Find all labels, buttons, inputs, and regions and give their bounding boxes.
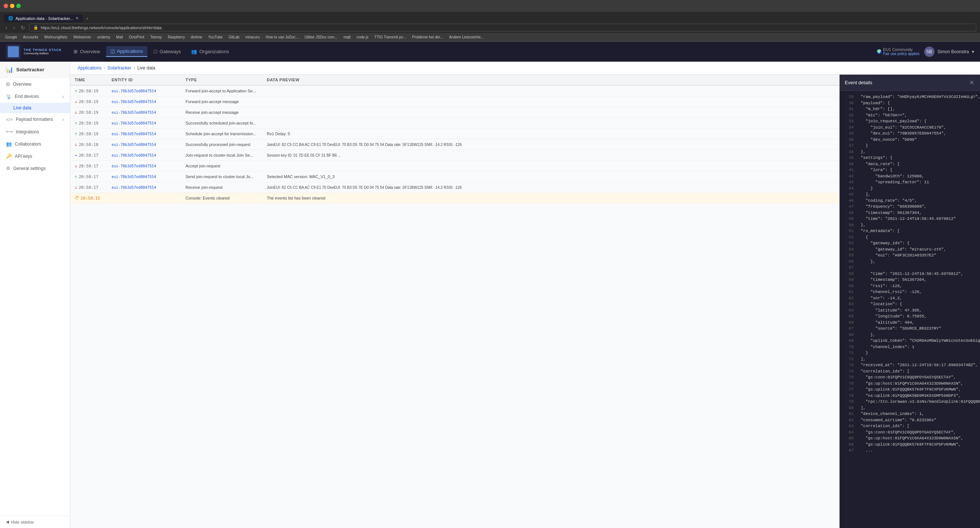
th-type: Type [181,75,262,85]
table-row[interactable]: ↑ 20:58:19 eui-70b3d57ed0047554 Forward … [70,86,839,97]
bookmark-gitlab[interactable]: GitLab [226,34,242,40]
sidebar-item-api-keys[interactable]: 🔑 API keys [0,150,70,162]
sidebar-item-general-settings[interactable]: ⚙ General settings [0,162,70,174]
td-entity-8: eui-70b3d57ed0047554 [107,172,181,182]
logo-area: THE THINGS STACK Community Edition [6,45,62,59]
table-row[interactable]: ↓ 20:58:18 eui-70b3d57ed0047554 Successf… [70,139,839,150]
json-line-text: ], [856,191,870,198]
table-row[interactable]: ↓ 20:58:17 eui-70b3d57ed0047554 Accept j… [70,161,839,172]
td-time-7: ↓ 20:58:17 [70,161,107,171]
json-line: 75 "gs:conn:01FQPV1C0QQ0PDYGASYQSECTAY", [845,374,975,380]
bookmark-utilise[interactable]: Utilise JSDoc com... [302,34,340,40]
hide-sidebar-label: Hide sidebar [11,520,34,524]
close-dot[interactable] [4,4,8,8]
nav-item-gateways[interactable]: ⬡ Gateways [149,46,186,57]
sidebar-item-live-data[interactable]: Live data [0,103,70,113]
maximize-dot[interactable] [16,4,21,8]
bookmark-jsdoc[interactable]: How to use JsDoc... [264,34,301,40]
breadcrumb-solartracker[interactable]: Solartracker [108,65,132,71]
bookmark-youtube[interactable]: YouTube [206,34,225,40]
arrow-down-icon: ↓ [75,163,77,169]
fair-use-link[interactable]: Fair use policy applies [883,52,920,56]
json-line-text: "join_eui": "82C5CCRAACC9E170", [856,124,946,131]
breadcrumb-applications[interactable]: Applications [78,65,102,71]
tab-close-button[interactable]: ✕ [75,16,79,21]
reload-button[interactable]: ↻ [19,24,27,32]
json-line: 73 "received_at": "2021-12-24T19:58:17.8… [845,362,975,368]
json-line-number: 36 [845,137,854,143]
nav-item-overview[interactable]: ⊞ Overview [69,46,104,57]
td-type-7: Accept join-request [181,161,262,171]
bookmark-google[interactable]: Google [3,34,19,40]
td-preview-8: Selected MAC version: MAC_V1_0_3 [262,172,839,182]
forward-button[interactable]: › [11,24,17,32]
table-row[interactable]: ↑ 20:58:19 eui-70b3d57ed0047554 Successf… [70,118,839,129]
bookmark-wohnung[interactable]: WohnungNetz [42,34,70,40]
table-row[interactable]: ↔ 20:58:17 eui-70b3d57ed0047554 Join-req… [70,150,839,161]
td-time-4: ↑ 20:58:19 [70,129,107,139]
json-line-number: 47 [845,204,854,210]
table-row[interactable]: ↓ 20:58:17 eui-70b3d57ed0047554 Receive … [70,182,839,193]
sidebar-overview-label: Overview [13,82,32,87]
td-type-10: Console: Events cleared [181,193,262,203]
bookmark-raspberry[interactable]: Raspberry [165,34,187,40]
browser-tab-active[interactable]: 🌐 Application data - Solartracker... ✕ [4,14,83,22]
bookmark-undemy[interactable]: undemy [95,34,113,40]
nav-item-organizations[interactable]: 👥 Organizations [187,46,233,57]
bookmark-probleme[interactable]: Probleme bei der... [410,34,445,40]
sidebar-app-icon: 📊 [6,66,13,73]
json-line: 83 "correlation_ids": [ [845,423,975,429]
table-row[interactable]: ↓ 20:58:19 eui-70b3d57ed0047554 Forward … [70,97,839,107]
table-row-highlighted[interactable]: ⏱ 20:58:15 Console: Events cleared The e… [70,193,839,204]
bookmark-drohne[interactable]: drohne [188,34,204,40]
user-area[interactable]: SB Simon Boonstra ▾ [924,46,974,57]
td-entity-4: eui-70b3d57ed0047554 [107,129,181,139]
json-line-text: "gs:uplink:01FQQQBK57K6F7F0CXPDFVKMWN", [856,386,961,393]
td-entity-2: eui-70b3d57ed0047554 [107,107,181,118]
bookmark-teensy[interactable]: Teensy [148,34,164,40]
back-button[interactable]: ‹ [4,24,9,32]
gateways-label: Gateways [160,49,181,54]
bookmark-nodejs[interactable]: node.js [355,34,371,40]
sidebar-item-end-devices[interactable]: 📡 End devices › [0,90,70,103]
bookmark-accounts[interactable]: Accounts [21,34,40,40]
minimize-dot[interactable] [10,4,14,8]
json-line-text: "rx_metadata": [ [856,228,900,234]
bookmark-miracuru[interactable]: miracuru [243,34,262,40]
table-row[interactable]: ↑ 20:58:17 eui-70b3d57ed0047554 Send joi… [70,172,839,182]
td-type-6: Join-request to cluster-local Join Se... [181,150,262,161]
json-line-text: "settings": { [856,155,892,161]
json-line: 80 ], [845,405,975,411]
username: Simon Boonstra [937,49,969,54]
bookmark-ttig[interactable]: TTIG Transmit po... [372,34,408,40]
sidebar-item-overview[interactable]: ⊞ Overview [0,78,70,90]
table-row[interactable]: ↓ 20:58:19 eui-70b3d57ed0047554 Receive … [70,107,839,118]
td-entity-3: eui-70b3d57ed0047554 [107,118,181,128]
json-line-number: 72 [845,356,854,363]
address-bar[interactable]: 🔒 https://eu1.cloud.thethings.network/co… [29,24,976,32]
bookmark-mqtt[interactable]: mqtt [341,34,353,40]
table-row[interactable]: ↑ 20:58:19 eui-70b3d57ed0047554 Schedule… [70,129,839,139]
bookmark-mail[interactable]: Mail [114,34,125,40]
sidebar-item-collaborators[interactable]: 👥 Collaborators [0,138,70,150]
lock-icon: 🔒 [33,25,38,30]
json-line-text: } [856,186,873,192]
browser-tab-new[interactable]: + [83,15,91,22]
json-line-text: "coding_rate": "4/5", [856,198,917,204]
json-line: 68 }, [845,332,975,338]
arrow-down-icon: ↓ [75,99,77,104]
json-line: 48 "timestamp": 561367364, [845,210,975,216]
community-badge: 🌍 EU1 Community Fair use policy applies [877,47,920,56]
organizations-label: Organizations [199,49,229,54]
json-line: 35 "dev_eui": "70B3D957ED0047554", [845,130,975,137]
json-line: 49 "time": "2021-12-24T19:58:45.6970812" [845,216,975,222]
sidebar-item-payload-formatters[interactable]: </> Payload formatters › [0,113,70,126]
sidebar-hide-button[interactable]: ◀ Hide sidebar [0,515,70,528]
bookmark-andere[interactable]: Andere Lesezeiche... [447,34,486,40]
json-line-number: 79 [845,399,854,405]
event-details-close-button[interactable]: ✕ [969,78,975,87]
sidebar-item-integrations[interactable]: ⟷ Integrations [0,126,70,138]
bookmark-octoprint[interactable]: OctoPrint [127,34,147,40]
bookmark-webserver[interactable]: Webserver [71,34,94,40]
nav-item-applications[interactable]: ◫ Applications [106,46,148,57]
